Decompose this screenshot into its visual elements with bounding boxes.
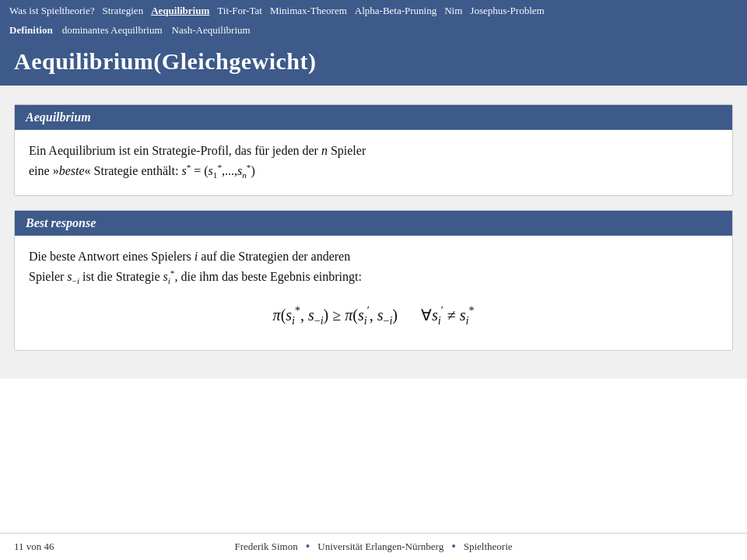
footer-center: Frederik Simon • Universität Erlangen-Nü… — [234, 540, 512, 554]
nav-item-nim[interactable]: Nim — [444, 5, 462, 17]
best-response-text-line1: Die beste Antwort eines Spielers i auf d… — [29, 250, 350, 263]
top-navigation: Was ist Spieltheorie? Strategien Aequili… — [0, 0, 747, 22]
footer-page-info: 11 von 46 — [14, 541, 54, 553]
nav-item-tit-for-tat[interactable]: Tit-For-Tat — [217, 5, 262, 17]
nav-item-aequilibrium[interactable]: Aequilibrium — [151, 5, 209, 17]
footer-author: Frederik Simon — [234, 541, 297, 553]
page-title: Aequilibrium(Gleichgewicht) — [14, 48, 733, 75]
aequilbrium-text-line2: eine »beste« Strategie enthält: s* = (s1… — [29, 164, 255, 177]
footer-course: Spieltheorie — [464, 541, 513, 553]
definition-box-best-response-header: Best response — [15, 211, 732, 236]
definition-box-aequilbrium: Aequilbrium Ein Aequilibrium ist ein Str… — [14, 104, 733, 196]
nav-item-strategien[interactable]: Strategien — [102, 5, 143, 17]
sub-nav-nash[interactable]: Nash-Aequilibrium — [172, 24, 251, 37]
title-area: Aequilibrium(Gleichgewicht) — [0, 40, 747, 86]
definition-box-best-response: Best response Die beste Antwort eines Sp… — [14, 210, 733, 351]
nav-item-minimax[interactable]: Minimax-Theorem — [270, 5, 347, 17]
footer: 11 von 46 Frederik Simon • Universität E… — [0, 533, 747, 560]
content-area: Aequilbrium Ein Aequilibrium ist ein Str… — [0, 86, 747, 379]
nav-item-spieltheorie[interactable]: Was ist Spieltheorie? — [9, 5, 94, 17]
nav-item-josephus[interactable]: Josephus-Problem — [470, 5, 544, 17]
footer-university: Universität Erlangen-Nürnberg — [317, 541, 444, 553]
footer-dot-2: • — [451, 540, 456, 554]
sub-nav-dominantes[interactable]: dominantes Aequilbrium — [62, 24, 163, 37]
sub-nav-definition[interactable]: Definition — [9, 24, 53, 37]
nav-item-alpha-beta[interactable]: Alpha-Beta-Pruning — [355, 5, 437, 17]
definition-box-best-response-body: Die beste Antwort eines Spielers i auf d… — [15, 236, 732, 350]
sub-navigation: Definition dominantes Aequilbrium Nash-A… — [0, 22, 747, 40]
aequilbrium-text-line1: Ein Aequilibrium ist ein Strategie-Profi… — [29, 144, 366, 157]
best-response-formula: π(si*, s−i) ≥ π(si′, s−i) ∀si′ ≠ si* — [29, 303, 718, 330]
definition-box-aequilbrium-body: Ein Aequilibrium ist ein Strategie-Profi… — [15, 130, 732, 195]
footer-dot-1: • — [306, 540, 310, 554]
best-response-text-line2: Spieler s−i ist die Strategie si*, die i… — [29, 270, 362, 283]
definition-box-aequilbrium-header: Aequilbrium — [15, 105, 732, 130]
